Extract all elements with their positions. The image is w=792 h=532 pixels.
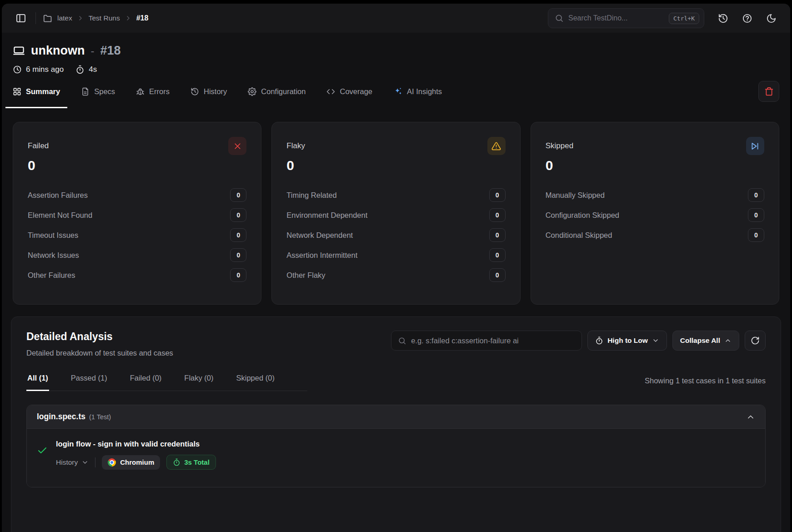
analysis-controls: High to Low Collapse All (391, 331, 766, 351)
chevron-down-icon (81, 459, 89, 466)
grid-icon (13, 87, 21, 96)
count-badge: 0 (489, 208, 506, 222)
moon-icon (766, 13, 777, 24)
list-item: Timeout Issues 0 (28, 225, 246, 245)
app-window: latex Test Runs #18 Ctrl+K (2, 4, 790, 532)
history-icon (718, 13, 728, 24)
count-badge: 0 (230, 188, 246, 202)
flaky-card-title: Flaky (286, 141, 305, 151)
refresh-icon (751, 336, 760, 345)
sparkles-icon (393, 87, 402, 96)
tab-coverage[interactable]: Coverage (319, 83, 380, 108)
failed-count: 0 (28, 158, 246, 173)
help-circle-icon (742, 13, 752, 24)
breadcrumb-project[interactable]: latex (57, 14, 72, 22)
filter-tab-flaky[interactable]: Flaky (0) (183, 370, 214, 391)
trash-icon (764, 87, 774, 96)
laptop-icon (13, 45, 25, 57)
stat-cards: Failed 0 Assertion Failures 0 Element No… (2, 108, 790, 305)
test-filter-input[interactable] (411, 336, 575, 345)
status-filter-tabs: All (1) Passed (1) Failed (0) Flaky (0) … (26, 370, 307, 391)
test-suite-card: login.spec.ts(1 Test) login flow - sign … (26, 405, 766, 487)
filter-tab-passed[interactable]: Passed (1) (70, 370, 108, 391)
help-button[interactable] (739, 10, 755, 26)
chevron-up-icon (724, 337, 732, 344)
flaky-count: 0 (286, 158, 505, 173)
list-item: Element Not Found 0 (28, 205, 246, 225)
breadcrumb-section[interactable]: Test Runs (89, 14, 120, 22)
tab-summary[interactable]: Summary (5, 83, 67, 108)
collapse-all-button[interactable]: Collapse All (672, 331, 739, 351)
recent-runs-button[interactable] (715, 10, 731, 26)
suite-title: login.spec.ts(1 Test) (37, 412, 111, 422)
failed-card: Failed 0 Assertion Failures 0 Element No… (13, 122, 261, 305)
global-search-input[interactable] (568, 14, 664, 22)
test-filter-search[interactable] (391, 331, 582, 351)
list-item: Assertion Failures 0 (28, 185, 246, 205)
list-item: Environment Dependent 0 (286, 205, 505, 225)
sidebar-toggle-button[interactable] (13, 10, 29, 26)
test-case-meta: History Chromium (56, 455, 216, 470)
test-case-title[interactable]: login flow - sign in with valid credenti… (56, 440, 216, 448)
count-badge: 0 (489, 188, 506, 202)
history-toggle[interactable]: History (56, 458, 89, 467)
skip-forward-icon (746, 137, 764, 155)
filter-tab-all[interactable]: All (1) (26, 370, 49, 391)
filter-tab-failed[interactable]: Failed (0) (129, 370, 163, 391)
x-icon (228, 137, 246, 155)
run-duration: 4s (75, 65, 97, 74)
panel-left-icon (15, 13, 26, 24)
chevron-up-icon[interactable] (746, 412, 755, 422)
topbar-actions (715, 10, 779, 26)
code-icon (326, 87, 335, 96)
history-icon (190, 87, 199, 96)
chevron-right-icon (77, 15, 84, 22)
flaky-card: Flaky 0 Timing Related 0 Environment Dep… (271, 122, 520, 305)
file-text-icon (81, 87, 90, 96)
timer-icon (595, 336, 603, 345)
list-item: Configuration Skipped 0 (546, 205, 764, 225)
gear-icon (248, 87, 256, 96)
meta-divider (95, 457, 95, 467)
list-item: Other Flaky 0 (286, 265, 505, 285)
search-shortcut-kbd: Ctrl+K (669, 13, 699, 24)
tab-errors[interactable]: Errors (129, 83, 177, 108)
run-title-row: unknown - #18 (13, 44, 779, 58)
count-badge: 0 (748, 188, 764, 202)
tab-configuration[interactable]: Configuration (241, 83, 313, 108)
folder-icon (43, 14, 53, 23)
test-case-content: login flow - sign in with valid credenti… (56, 440, 216, 470)
list-item: Assertion Intermittent 0 (286, 245, 505, 265)
suite-header[interactable]: login.spec.ts(1 Test) (27, 405, 765, 428)
tab-specs[interactable]: Specs (74, 83, 122, 108)
browser-badge: Chromium (102, 455, 160, 470)
run-tabs: Summary Specs Errors History Configurati… (2, 74, 790, 108)
tab-history[interactable]: History (183, 83, 234, 108)
count-badge: 0 (748, 228, 764, 242)
global-search[interactable]: Ctrl+K (548, 8, 704, 28)
list-item: Manually Skipped 0 (546, 185, 764, 205)
suite-test-count: (1 Test) (89, 413, 111, 421)
breadcrumb-run: #18 (136, 14, 149, 22)
count-badge: 0 (489, 248, 506, 262)
timer-icon (173, 458, 180, 466)
list-item: Other Failures 0 (28, 265, 246, 285)
run-header: unknown - #18 6 mins ago 4s (2, 33, 790, 74)
bug-icon (136, 87, 145, 96)
panel-title: Detailed Analysis (26, 331, 173, 343)
refresh-button[interactable] (745, 331, 766, 351)
topbar-right: Ctrl+K (548, 8, 779, 28)
clock-icon (13, 65, 22, 74)
delete-run-button[interactable] (758, 81, 779, 102)
run-meta-row: 6 mins ago 4s (13, 65, 779, 74)
skipped-card-title: Skipped (546, 141, 573, 151)
chromium-icon (108, 458, 116, 467)
tab-ai-insights[interactable]: AI Insights (386, 82, 449, 108)
filter-tab-skipped[interactable]: Skipped (0) (236, 370, 276, 391)
failed-card-title: Failed (28, 141, 49, 151)
top-bar: latex Test Runs #18 Ctrl+K (2, 4, 790, 33)
count-badge: 0 (230, 268, 246, 282)
theme-toggle-button[interactable] (763, 10, 779, 26)
sort-order-button[interactable]: High to Low (587, 331, 667, 351)
count-badge: 0 (230, 208, 246, 222)
